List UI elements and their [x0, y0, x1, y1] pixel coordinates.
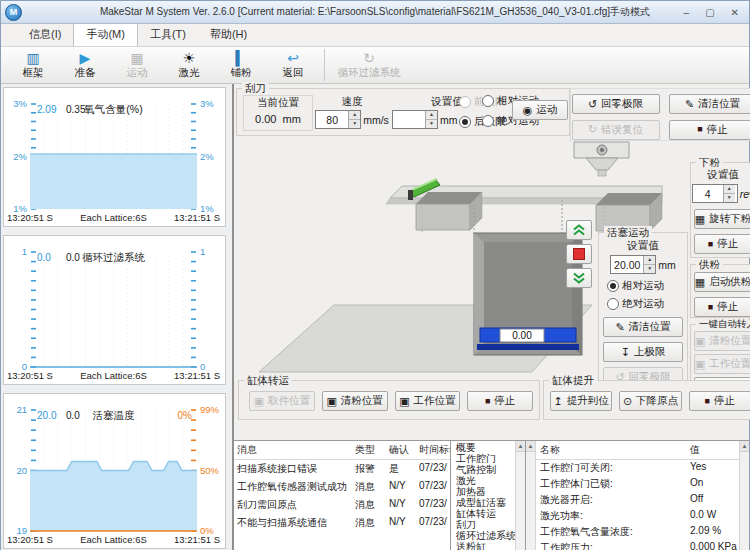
- menu-manual[interactable]: 手动(M): [73, 23, 138, 46]
- spinner-down-icon[interactable]: ▼: [349, 120, 360, 128]
- button-label: 提升到位: [567, 394, 609, 408]
- spinner-up-icon[interactable]: ▲: [426, 111, 437, 120]
- button-label: 清粉位置: [341, 394, 383, 408]
- motion-button: ▦运动: [111, 47, 163, 83]
- svg-text:13:21:51 S: 13:21:51 S: [174, 212, 220, 223]
- status-cell: 工作腔压力:: [536, 540, 686, 550]
- svg-text:13:20:51 S: 13:20:51 S: [7, 212, 53, 223]
- laser-icon: ☀: [183, 50, 196, 66]
- work-position-button[interactable]: ▣工作位置: [395, 391, 461, 411]
- lower-to-origin-button[interactable]: ⊙下降原点: [619, 391, 681, 411]
- jog-up-button[interactable]: [566, 220, 592, 240]
- spinner-down-icon[interactable]: ▼: [724, 194, 735, 202]
- pos-icon: ▣: [695, 359, 705, 370]
- stop-button[interactable]: ■停止: [467, 391, 533, 411]
- chart-svg: 21201999%50%0%20.00.0活塞温度0%13:20:51 SEac…: [4, 394, 223, 546]
- play-icon: ▶: [80, 50, 91, 66]
- home-limit-button[interactable]: ↺回零极限: [572, 94, 660, 114]
- clean-position-button[interactable]: ✎清洁位置: [603, 317, 683, 337]
- stop-button[interactable]: ■停止: [689, 391, 750, 411]
- spinner-up-icon[interactable]: ▲: [724, 185, 735, 194]
- status-cell: 2.09 %: [686, 524, 739, 540]
- piston-group-label: 活塞运动: [604, 226, 652, 240]
- toolbar-button-label: 循环过滤系统: [338, 66, 401, 80]
- chevrons-down-icon: [572, 272, 586, 284]
- svg-text:20: 20: [16, 465, 27, 476]
- grid-icon: ▦: [695, 277, 705, 288]
- status-cell: 激光功率:: [536, 508, 686, 524]
- piston-absolute-radio[interactable]: 绝对运动: [607, 297, 687, 311]
- message-cell: N/Y: [386, 478, 416, 496]
- build-platform-base: [477, 344, 579, 350]
- status-left-scrollbar[interactable]: ▲: [526, 441, 536, 550]
- powder-down-spinner[interactable]: 4▲▼: [692, 184, 738, 203]
- menu-help[interactable]: 帮助(H): [198, 24, 259, 46]
- clean-powder-position-button[interactable]: ▣清粉位置: [322, 391, 388, 411]
- minimize-button[interactable]: –: [684, 7, 690, 18]
- speed-label: 速度: [317, 95, 387, 109]
- message-cell: 刮刀需回原点: [234, 496, 352, 514]
- svg-text:3%: 3%: [200, 98, 214, 109]
- scroll-up-icon[interactable]: ▲: [740, 441, 749, 452]
- cylinder-transfer-label: 缸体转运: [244, 374, 292, 388]
- clean-icon: ✎: [615, 322, 624, 333]
- bottom-panels: 消息类型确认时间标签扫描系统接口错误报警是07/23/工作腔氧传感器测试成功消息…: [234, 440, 749, 550]
- spinner-down-icon[interactable]: ▼: [426, 120, 437, 128]
- toolbar-separator: [324, 49, 325, 81]
- scraper-current-position: 当前位置 0.00 mm: [243, 95, 313, 131]
- svg-text:2%: 2%: [13, 151, 27, 162]
- upper-limit-button[interactable]: ↧上极限: [603, 342, 683, 362]
- button-label: 清洁位置: [698, 97, 740, 111]
- close-button[interactable]: ✕: [731, 7, 739, 18]
- menu-tools[interactable]: 工具(T): [138, 24, 198, 46]
- current-position-value: 0.00: [255, 113, 276, 125]
- piston-relative-radio[interactable]: 相对运动: [607, 279, 687, 293]
- current-position-unit: mm: [283, 113, 301, 125]
- button-label: 清粉位置: [709, 334, 750, 348]
- button-label: 回零极限: [601, 97, 643, 111]
- laser-button[interactable]: ☀激光: [163, 47, 215, 83]
- status-cell: 工作腔体门已锁:: [536, 476, 686, 492]
- clean-position-button[interactable]: ✎清洁位置: [669, 94, 750, 114]
- toolbar-button-label: 激光: [179, 66, 200, 80]
- button-label: 停止: [714, 394, 735, 408]
- maximize-button[interactable]: ▢: [705, 7, 714, 18]
- move-button[interactable]: ◉运动: [512, 100, 568, 120]
- stop-button[interactable]: ■停止: [694, 234, 750, 254]
- frame-button[interactable]: ▥框架: [7, 47, 59, 83]
- rotate-down-powder-button[interactable]: ▦旋转下粉: [694, 209, 750, 229]
- cylinder-lift-group: 缸体提升 ↥提升到位⊙下降原点■停止: [543, 380, 750, 420]
- setpoint-spinner[interactable]: ▲▼: [392, 110, 438, 129]
- return-button[interactable]: ↩返回: [267, 47, 319, 83]
- spinner-up-icon[interactable]: ▲: [644, 256, 655, 265]
- status-cell: 0.0 W: [686, 508, 739, 524]
- stop-button[interactable]: ■停止: [669, 120, 750, 140]
- stop-button[interactable]: ■停止: [694, 297, 750, 317]
- pickup-position-button: ▣取件位置: [249, 391, 315, 411]
- status-scrollbar[interactable]: ▲: [739, 441, 749, 550]
- jog-down-button[interactable]: [566, 268, 592, 288]
- cylinder-lift-label: 缸体提升: [549, 374, 597, 388]
- scroll-up-icon[interactable]: ▲: [526, 441, 535, 452]
- charts-column: 3%2%1%3%2%1%2.090.35氧气含量(%)13:20:51 SEac…: [1, 84, 234, 550]
- tree-scrollbar[interactable]: ▲: [515, 441, 525, 550]
- spinner-down-icon[interactable]: ▼: [644, 265, 655, 273]
- button-label: 工作位置: [709, 357, 750, 371]
- jog-stop-button[interactable]: [566, 244, 592, 264]
- pos-icon: ▣: [695, 336, 705, 347]
- menu-info[interactable]: 信息(I): [17, 24, 73, 46]
- piston-setpoint-spinner[interactable]: 20.00▲▼: [610, 255, 656, 274]
- spread-powder-button[interactable]: ▍铺粉: [215, 47, 267, 83]
- speed-spinner[interactable]: 80▲▼: [315, 110, 361, 129]
- lift-to-position-button[interactable]: ↥提升到位: [550, 391, 612, 411]
- button-label: 错误复位: [601, 123, 643, 137]
- current-position-label: 当前位置: [244, 96, 312, 110]
- svg-text:1: 1: [22, 246, 27, 257]
- start-supply-button[interactable]: ▦启动供粉: [694, 272, 750, 292]
- spinner-up-icon[interactable]: ▲: [349, 111, 360, 120]
- prepare-button[interactable]: ▶准备: [59, 47, 111, 83]
- message-cell: 不能与扫描系统通信: [234, 514, 352, 532]
- scroll-up-icon[interactable]: ▲: [516, 441, 525, 452]
- message-cell: 扫描系统接口错误: [234, 460, 352, 478]
- button-label: 停止: [494, 394, 515, 408]
